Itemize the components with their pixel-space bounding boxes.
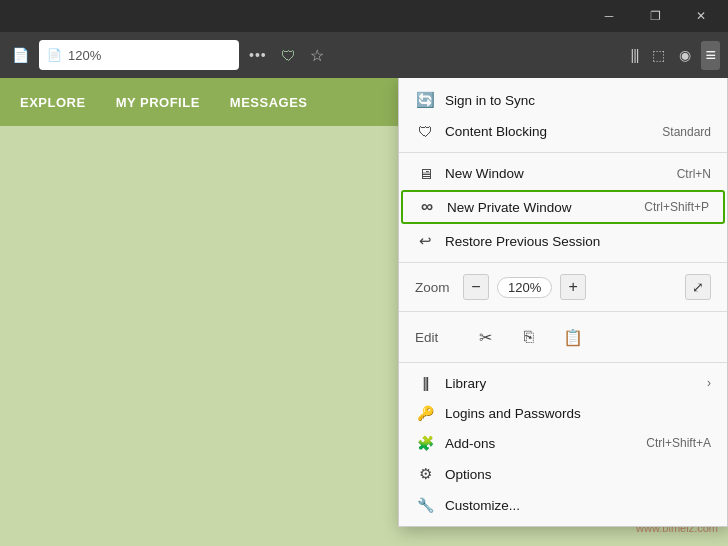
options-label: Options — [445, 467, 711, 482]
new-private-window-shortcut: Ctrl+Shift+P — [644, 200, 709, 214]
private-window-icon: ∞ — [417, 197, 437, 217]
close-button[interactable]: ✕ — [678, 0, 724, 32]
menu-item-logins-passwords[interactable]: 🔑 Logins and Passwords — [399, 398, 727, 428]
zoom-plus-button[interactable]: + — [560, 274, 586, 300]
divider-4 — [399, 362, 727, 363]
content-blocking-label: Content Blocking — [445, 124, 652, 139]
new-private-window-label: New Private Window — [447, 200, 634, 215]
menu-item-new-private-window[interactable]: ∞ New Private Window Ctrl+Shift+P — [401, 190, 725, 224]
browser-toolbar: 📄 📄 120% ••• 🛡 ☆ ||| ⬚ ◉ ≡ — [0, 32, 728, 78]
menu-item-restore-session[interactable]: ↩ Restore Previous Session — [399, 225, 727, 257]
edit-label: Edit — [415, 330, 455, 345]
shield-menu-icon: 🛡 — [415, 123, 435, 140]
divider-2 — [399, 262, 727, 263]
page-content: EXPLORE MY PROFILE MESSAGES 🔄 Sign in to… — [0, 78, 728, 546]
library-icon[interactable]: ||| — [627, 43, 643, 67]
logins-passwords-label: Logins and Passwords — [445, 406, 711, 421]
restore-button[interactable]: ❐ — [632, 0, 678, 32]
menu-item-library[interactable]: ||| Library › — [399, 368, 727, 398]
container-icon[interactable]: ◉ — [675, 43, 695, 67]
new-window-label: New Window — [445, 166, 667, 181]
restore-session-icon: ↩ — [415, 232, 435, 250]
shield-icon[interactable]: 🛡 — [277, 43, 300, 68]
hamburger-dropdown: 🔄 Sign in to Sync 🛡 Content Blocking Sta… — [398, 78, 728, 527]
library-arrow-icon: › — [707, 376, 711, 390]
ellipsis-button[interactable]: ••• — [245, 43, 271, 67]
menu-item-options[interactable]: ⚙ Options — [399, 458, 727, 490]
cut-button[interactable]: ✂ — [471, 323, 499, 351]
add-ons-label: Add-ons — [445, 436, 636, 451]
sign-in-sync-label: Sign in to Sync — [445, 93, 711, 108]
options-icon: ⚙ — [415, 465, 435, 483]
zoom-expand-button[interactable]: ⤢ — [685, 274, 711, 300]
menu-item-add-ons[interactable]: 🧩 Add-ons Ctrl+Shift+A — [399, 428, 727, 458]
paste-button[interactable]: 📋 — [559, 323, 587, 351]
menu-item-content-blocking[interactable]: 🛡 Content Blocking Standard — [399, 116, 727, 147]
nav-explore[interactable]: EXPLORE — [20, 91, 86, 114]
addons-icon: 🧩 — [415, 435, 435, 451]
restore-session-label: Restore Previous Session — [445, 234, 711, 249]
hamburger-menu-icon[interactable]: ≡ — [701, 41, 720, 70]
new-window-shortcut: Ctrl+N — [677, 167, 711, 181]
nav-messages[interactable]: MESSAGES — [230, 91, 308, 114]
divider-1 — [399, 152, 727, 153]
minimize-button[interactable]: ─ — [586, 0, 632, 32]
content-blocking-shortcut: Standard — [662, 125, 711, 139]
synced-tabs-icon[interactable]: ⬚ — [648, 43, 669, 67]
zoom-value-display[interactable]: 120% — [497, 277, 552, 298]
sync-icon: 🔄 — [415, 91, 435, 109]
add-ons-shortcut: Ctrl+Shift+A — [646, 436, 711, 450]
zoom-minus-button[interactable]: − — [463, 274, 489, 300]
title-bar: ─ ❐ ✕ — [0, 0, 728, 32]
customize-label: Customize... — [445, 498, 711, 513]
reader-mode-icon[interactable]: 📄 — [8, 43, 33, 67]
zoom-row: Zoom − 120% + ⤢ — [399, 268, 727, 306]
zoom-display: 120% — [68, 48, 101, 63]
window-controls: ─ ❐ ✕ — [586, 0, 724, 32]
bookmark-star-icon[interactable]: ☆ — [306, 42, 328, 69]
library-menu-icon: ||| — [415, 375, 435, 391]
key-icon: 🔑 — [415, 405, 435, 421]
menu-item-new-window[interactable]: 🖥 New Window Ctrl+N — [399, 158, 727, 189]
address-bar[interactable]: 📄 120% — [39, 40, 239, 70]
zoom-label: Zoom — [415, 280, 455, 295]
menu-item-customize[interactable]: 🔧 Customize... — [399, 490, 727, 520]
address-bar-icon: 📄 — [47, 48, 62, 62]
browser-window: ─ ❐ ✕ 📄 📄 120% ••• 🛡 ☆ ||| ⬚ ◉ ≡ EXPLORE… — [0, 0, 728, 546]
menu-item-sign-in-sync[interactable]: 🔄 Sign in to Sync — [399, 84, 727, 116]
new-window-icon: 🖥 — [415, 165, 435, 182]
copy-button[interactable]: ⎘ — [515, 323, 543, 351]
edit-row: Edit ✂ ⎘ 📋 — [399, 317, 727, 357]
library-label: Library — [445, 376, 697, 391]
divider-3 — [399, 311, 727, 312]
nav-my-profile[interactable]: MY PROFILE — [116, 91, 200, 114]
customize-icon: 🔧 — [415, 497, 435, 513]
